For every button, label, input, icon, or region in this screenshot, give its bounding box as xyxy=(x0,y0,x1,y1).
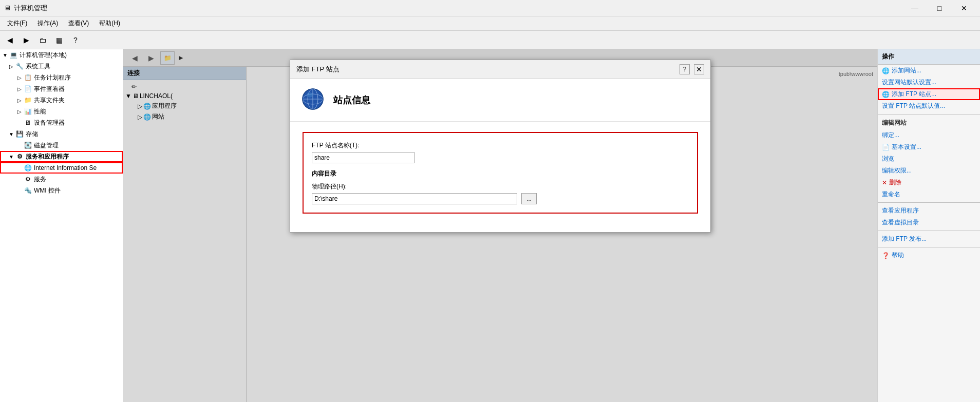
tree-item-services[interactable]: ⚙ 服务 xyxy=(0,174,123,185)
modal-help-button[interactable]: ? xyxy=(680,64,690,74)
tree-item-services-apps[interactable]: ▼ ⚙ 服务和应用程序 xyxy=(0,151,123,162)
menu-file[interactable]: 文件(F) xyxy=(2,17,32,30)
tree-label-services-apps: 服务和应用程序 xyxy=(26,152,69,161)
tree-label-root: 计算机管理(本地) xyxy=(20,51,67,60)
action-set-ftp-default[interactable]: 设置 FTP 站点默认值... xyxy=(878,100,980,112)
help-icon: ❓ xyxy=(882,252,890,259)
tree-label-shared-folder: 共享文件夹 xyxy=(34,96,65,105)
modal-close-button[interactable]: ✕ xyxy=(694,64,704,74)
toggle-wmi xyxy=(16,187,23,194)
action-bind[interactable]: 绑定... xyxy=(878,129,980,141)
add-ftp-icon: 🌐 xyxy=(882,91,890,98)
shared-folder-icon: 📁 xyxy=(24,96,32,104)
maximize-button[interactable]: □ xyxy=(928,2,951,14)
actions-header: 操作 xyxy=(878,49,980,65)
tree-item-event-viewer[interactable]: ▷ 📄 事件查看器 xyxy=(0,83,123,94)
computer-icon: 💻 xyxy=(9,51,17,59)
title-bar-controls: — □ ✕ xyxy=(903,2,976,14)
disk-manager-icon: 💽 xyxy=(24,141,32,149)
action-view-virtual-dirs[interactable]: 查看虚拟目录 xyxy=(878,217,980,228)
help-toolbar-button[interactable]: ? xyxy=(68,33,83,47)
back-button[interactable]: ◀ xyxy=(2,33,17,47)
title-bar: 🖥 计算机管理 — □ ✕ xyxy=(0,0,980,16)
tree-item-root[interactable]: ▼ 💻 计算机管理(本地) xyxy=(0,49,123,61)
physical-path-input[interactable] xyxy=(312,193,517,204)
bind-label: 绑定... xyxy=(882,131,899,140)
toggle-iis xyxy=(16,165,23,171)
modal-title: 添加 FTP 站点 xyxy=(296,65,340,74)
tree-item-performance[interactable]: ▷ 📊 性能 xyxy=(0,106,123,117)
action-rename[interactable]: 重命名 xyxy=(878,188,980,200)
menu-view[interactable]: 查看(V) xyxy=(63,17,94,30)
forward-button[interactable]: ▶ xyxy=(18,33,34,47)
edit-permissions-label: 编辑权限... xyxy=(882,166,912,175)
action-edit-permissions[interactable]: 编辑权限... xyxy=(878,165,980,177)
tree-label-wmi: WMI 控件 xyxy=(34,186,61,195)
center-panel: ◀ ▶ 📁 ▶ 连接 ✏ ▼ 🖥 LINCHAOL( ▷ xyxy=(123,49,877,402)
toggle-root: ▼ xyxy=(2,52,8,58)
physical-path-label: 物理路径(H): xyxy=(312,182,689,191)
action-set-website-default[interactable]: 设置网站默认设置... xyxy=(878,76,980,88)
toggle-services xyxy=(16,176,23,182)
main-layout: ▼ 💻 计算机管理(本地) ▷ 🔧 系统工具 ▷ 📋 任务计划程序 ▷ 📄 事件… xyxy=(0,49,980,402)
tree-label-event-viewer: 事件查看器 xyxy=(34,85,65,93)
iis-icon: 🌐 xyxy=(24,164,32,172)
title-bar-left: 🖥 计算机管理 xyxy=(4,4,47,13)
toggle-services-apps: ▼ xyxy=(8,154,14,160)
action-browse[interactable]: 浏览 xyxy=(878,153,980,165)
tree-item-iis[interactable]: 🌐 Internet Information Se xyxy=(0,162,123,174)
action-separator-3 xyxy=(878,231,980,231)
tree-item-shared-folder[interactable]: ▷ 📁 共享文件夹 xyxy=(0,94,123,106)
tree-label-services: 服务 xyxy=(34,175,46,184)
tree-label-task-scheduler: 任务计划程序 xyxy=(34,73,71,82)
toggle-task: ▷ xyxy=(16,74,23,81)
grid-button[interactable]: ▦ xyxy=(51,33,67,47)
help-label: 帮助 xyxy=(892,251,904,260)
wmi-icon: 🔩 xyxy=(24,186,32,195)
action-delete[interactable]: ✕ 删除 xyxy=(878,177,980,188)
toggle-storage: ▼ xyxy=(8,131,14,137)
modal-body: FTP 站点名称(T): 内容目录 物理路径(H): ... xyxy=(290,122,710,232)
tree-item-disk-manager[interactable]: 💽 磁盘管理 xyxy=(0,140,123,151)
delete-icon: ✕ xyxy=(882,179,887,186)
services-icon: ⚙ xyxy=(24,175,32,183)
view-virtual-dirs-label: 查看虚拟目录 xyxy=(882,218,919,227)
rename-label: 重命名 xyxy=(882,190,900,199)
content-dir-label: 内容目录 xyxy=(312,169,689,178)
tree-label-iis: Internet Information Se xyxy=(34,164,97,171)
tree-item-task-scheduler[interactable]: ▷ 📋 任务计划程序 xyxy=(0,72,123,83)
folder-button[interactable]: 🗀 xyxy=(35,33,50,47)
tree-item-wmi[interactable]: 🔩 WMI 控件 xyxy=(0,185,123,196)
tree-label-system-tools: 系统工具 xyxy=(26,62,50,71)
modal-controls: ? ✕ xyxy=(680,64,704,74)
modal-header-title: 站点信息 xyxy=(333,94,370,106)
task-scheduler-icon: 📋 xyxy=(24,73,32,82)
minimize-button[interactable]: — xyxy=(903,2,927,14)
action-add-ftp[interactable]: 🌐 添加 FTP 站点... xyxy=(878,88,980,100)
action-separator-1 xyxy=(878,114,980,114)
menu-action[interactable]: 操作(A) xyxy=(32,17,63,30)
menu-help[interactable]: 帮助(H) xyxy=(94,17,125,30)
modal-overlay: 添加 FTP 站点 ? ✕ xyxy=(123,49,877,402)
toggle-device xyxy=(16,120,23,126)
action-add-ftp-publish[interactable]: 添加 FTP 发布... xyxy=(878,233,980,245)
modal-title-bar: 添加 FTP 站点 ? ✕ xyxy=(290,60,710,79)
app-title: 计算机管理 xyxy=(14,4,47,13)
tree-item-device-manager[interactable]: 🖥 设备管理器 xyxy=(0,117,123,128)
browse-button[interactable]: ... xyxy=(521,193,537,204)
action-section-edit-website: 编辑网站 xyxy=(878,117,980,129)
action-separator-4 xyxy=(878,247,980,247)
action-basic-settings[interactable]: 📄 基本设置... xyxy=(878,141,980,153)
action-view-apps[interactable]: 查看应用程序 xyxy=(878,205,980,217)
add-website-icon: 🌐 xyxy=(882,67,890,74)
tree-item-storage[interactable]: ▼ 💾 存储 xyxy=(0,128,123,140)
site-name-input[interactable] xyxy=(312,152,414,163)
action-help[interactable]: ❓ 帮助 xyxy=(878,250,980,261)
form-section: FTP 站点名称(T): 内容目录 物理路径(H): ... xyxy=(303,132,698,214)
tree-item-system-tools[interactable]: ▷ 🔧 系统工具 xyxy=(0,61,123,72)
action-add-website[interactable]: 🌐 添加网站... xyxy=(878,65,980,76)
storage-icon: 💾 xyxy=(15,130,24,138)
tree-label-disk-manager: 磁盘管理 xyxy=(34,141,59,150)
services-apps-icon: ⚙ xyxy=(15,152,24,161)
close-button[interactable]: ✕ xyxy=(952,2,976,14)
